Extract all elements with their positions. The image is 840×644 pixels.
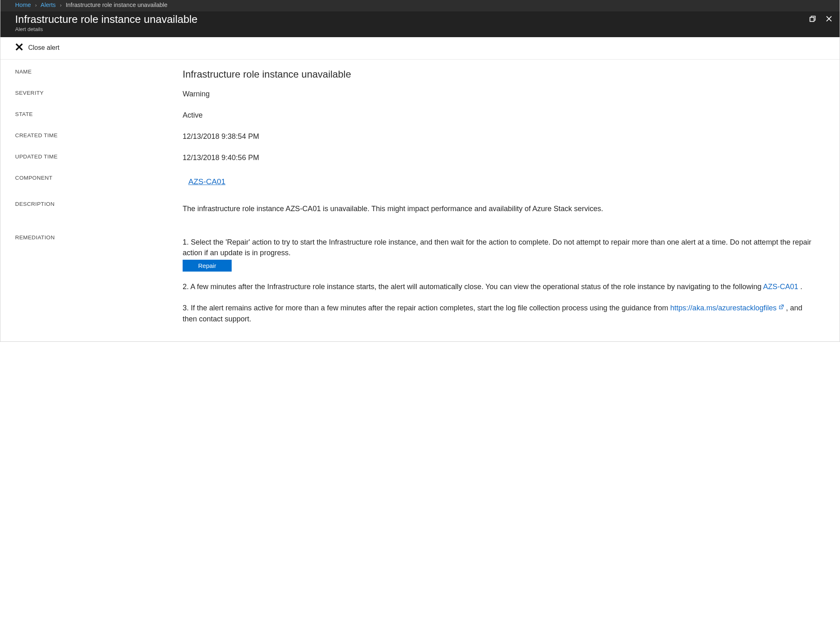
external-link-icon (779, 302, 784, 312)
log-files-link[interactable]: https://aka.ms/azurestacklogfiles (670, 304, 777, 312)
component-link[interactable]: AZS-CA01 (183, 177, 226, 186)
page-subtitle: Alert details (15, 26, 809, 32)
close-alert-icon[interactable] (15, 43, 23, 53)
value-name: Infrastructure role instance unavailable (183, 69, 815, 90)
chevron-right-icon: › (57, 2, 64, 8)
breadcrumb-alerts[interactable]: Alerts (40, 2, 56, 8)
remediation-step-1: 1. Select the 'Repair' action to try to … (183, 237, 815, 258)
label-name: NAME (15, 69, 183, 90)
remediation-step-3: 3. If the alert remains active for more … (183, 303, 815, 324)
remediation-block: 1. Select the 'Repair' action to try to … (183, 237, 815, 324)
title-bar: Infrastructure role instance unavailable… (0, 11, 840, 37)
breadcrumb-current: Infrastructure role instance unavailable (66, 2, 168, 8)
value-severity: Warning (183, 90, 815, 111)
close-window-icon[interactable] (826, 16, 832, 22)
svg-rect-1 (810, 18, 814, 22)
label-severity: SEVERITY (15, 90, 183, 111)
label-created-time: CREATED TIME (15, 132, 183, 154)
remediation-step-2: 2. A few minutes after the Infrastructur… (183, 281, 815, 292)
breadcrumb: Home › Alerts › Infrastructure role inst… (0, 0, 840, 11)
value-description: The infrastructure role instance AZS-CA0… (183, 203, 815, 237)
page-title: Infrastructure role instance unavailable (15, 13, 809, 26)
chevron-right-icon: › (33, 2, 39, 8)
role-instance-link[interactable]: AZS-CA01 (763, 283, 798, 291)
label-state: STATE (15, 111, 183, 132)
restore-window-icon[interactable] (809, 16, 816, 22)
label-description: DESCRIPTION (15, 201, 183, 234)
repair-button[interactable]: Repair (183, 260, 232, 272)
value-updated-time: 12/13/2018 9:40:56 PM (183, 154, 815, 175)
value-created-time: 12/13/2018 9:38:54 PM (183, 132, 815, 154)
toolbar: Close alert (0, 37, 840, 60)
label-component: COMPONENT (15, 175, 183, 201)
label-remediation: REMEDIATION (15, 234, 183, 241)
breadcrumb-home[interactable]: Home (15, 2, 31, 8)
label-updated-time: UPDATED TIME (15, 154, 183, 175)
close-alert-button[interactable]: Close alert (28, 44, 59, 51)
value-state: Active (183, 111, 815, 132)
